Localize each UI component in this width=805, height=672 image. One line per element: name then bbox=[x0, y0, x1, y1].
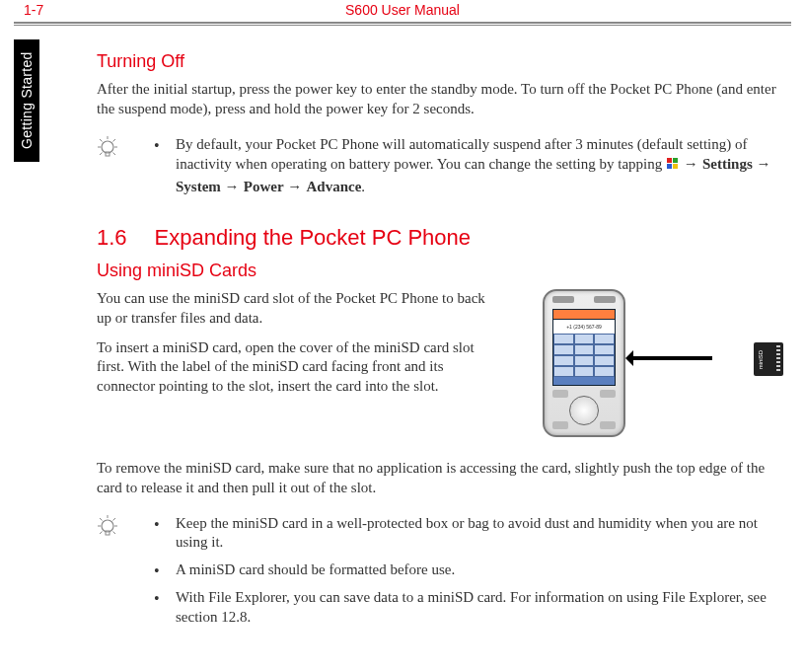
insert-arrow-icon bbox=[627, 356, 712, 360]
svg-line-5 bbox=[100, 139, 103, 142]
turning-off-paragraph: After the initial startup, press the pow… bbox=[97, 80, 783, 119]
tip-block-minisd: Keep the miniSD card in a well-protected… bbox=[97, 514, 783, 628]
minisd-para2: To insert a miniSD card, open the cover … bbox=[97, 338, 501, 397]
lightbulb-icon bbox=[95, 135, 120, 165]
path-settings: Settings bbox=[702, 156, 753, 172]
turning-off-heading: Turning Off bbox=[97, 51, 783, 72]
minisd-heading: Using miniSD Cards bbox=[97, 261, 783, 281]
manual-title: S600 User Manual bbox=[0, 2, 805, 18]
minisd-card-icon: miniSD bbox=[754, 342, 783, 376]
arrow-4: → bbox=[287, 178, 306, 194]
header-rule bbox=[14, 22, 791, 26]
phone-display-text: +1 (234) 567-89 bbox=[553, 320, 615, 334]
svg-line-21 bbox=[113, 531, 116, 534]
svg-rect-9 bbox=[667, 158, 672, 163]
chapter-side-tab: Getting Started bbox=[14, 39, 39, 162]
path-system: System bbox=[176, 179, 221, 194]
svg-line-6 bbox=[113, 139, 116, 142]
svg-rect-10 bbox=[673, 158, 678, 163]
page-content: Turning Off After the initial startup, p… bbox=[97, 51, 783, 635]
lightbulb-icon bbox=[95, 514, 120, 544]
tip-text-pre: By default, your Pocket PC Phone will au… bbox=[176, 136, 747, 173]
page-header: 1-7 S600 User Manual bbox=[0, 0, 805, 22]
svg-line-19 bbox=[113, 518, 116, 521]
svg-point-13 bbox=[102, 520, 113, 532]
minisd-intro-block: You can use the miniSD card slot of the … bbox=[97, 289, 783, 447]
path-power: Power bbox=[244, 179, 284, 194]
section-1-6-heading: 1.6Expanding the Pocket PC Phone bbox=[97, 225, 783, 251]
svg-line-20 bbox=[100, 531, 103, 534]
minisd-para3: To remove the miniSD card, make sure tha… bbox=[97, 459, 783, 498]
start-flag-icon bbox=[666, 157, 680, 177]
tip-text-post: . bbox=[361, 179, 365, 194]
minisd-para1: You can use the miniSD card slot of the … bbox=[97, 289, 501, 329]
tip-item: A miniSD card should be formatted before… bbox=[150, 560, 783, 580]
tip-item: With File Explorer, you can save data to… bbox=[150, 588, 783, 628]
svg-rect-12 bbox=[673, 164, 678, 169]
tip-item: Keep the miniSD card in a well-protected… bbox=[150, 514, 783, 554]
arrow-3: → bbox=[225, 178, 244, 194]
arrow-1: → bbox=[684, 155, 702, 172]
tip-block-suspend: By default, your Pocket PC Phone will au… bbox=[97, 135, 783, 197]
section-number: 1.6 bbox=[97, 225, 127, 251]
device-figure: +1 (234) 567-89 miniSD bbox=[543, 289, 783, 437]
svg-line-18 bbox=[100, 518, 103, 521]
pocket-pc-phone-illustration: +1 (234) 567-89 bbox=[543, 289, 625, 437]
tip-item-suspend: By default, your Pocket PC Phone will au… bbox=[150, 135, 783, 197]
path-advance: Advance bbox=[306, 179, 361, 194]
svg-rect-11 bbox=[667, 164, 672, 169]
svg-line-8 bbox=[113, 152, 116, 155]
arrow-2: → bbox=[757, 155, 771, 172]
svg-line-7 bbox=[100, 152, 103, 155]
section-title: Expanding the Pocket PC Phone bbox=[155, 225, 471, 250]
svg-point-0 bbox=[102, 141, 113, 153]
